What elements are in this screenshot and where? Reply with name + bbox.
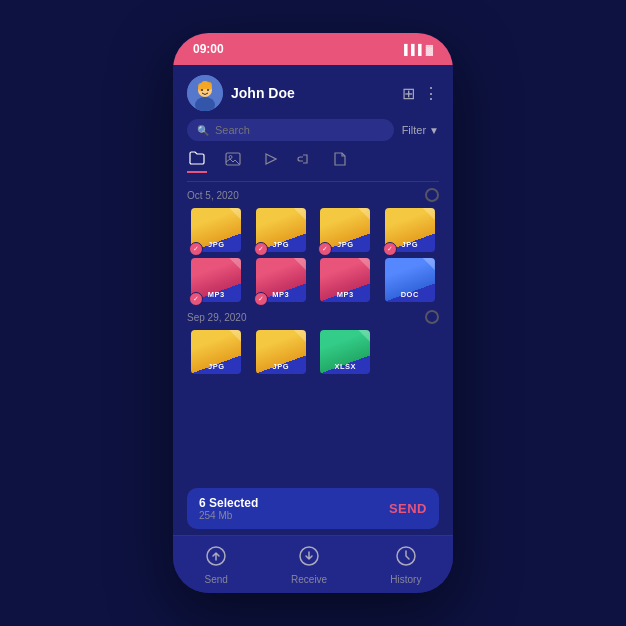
- date-section-1: Oct 5, 2020 JPG ✓ JPG: [187, 188, 439, 302]
- file-check-4: ✓: [383, 242, 397, 256]
- date-header-1: Oct 5, 2020: [187, 188, 439, 202]
- search-bar: 🔍 Filter ▼: [173, 119, 453, 149]
- filter-button[interactable]: Filter ▼: [402, 124, 439, 136]
- file-check-1: ✓: [189, 242, 203, 256]
- date-select-2[interactable]: [425, 310, 439, 324]
- file-item-xlsx-1[interactable]: XLSX: [316, 330, 375, 374]
- tab-video[interactable]: [259, 150, 279, 172]
- file-type-label: JPG: [337, 240, 354, 249]
- filter-icon: ▼: [429, 125, 439, 136]
- send-button[interactable]: SEND: [389, 501, 427, 516]
- file-card-jpg-6[interactable]: JPG: [256, 330, 306, 374]
- battery-icon: ▓: [426, 44, 433, 55]
- selection-size: 254 Mb: [199, 510, 258, 521]
- file-card-xlsx-1[interactable]: XLSX: [320, 330, 370, 374]
- file-type-label: DOC: [401, 290, 419, 299]
- file-check-5: ✓: [189, 292, 203, 306]
- file-check-6: ✓: [254, 292, 268, 306]
- avatar: [187, 75, 223, 111]
- file-card-jpg-5[interactable]: JPG: [191, 330, 241, 374]
- search-icon: 🔍: [197, 125, 209, 136]
- file-check-2: ✓: [254, 242, 268, 256]
- file-type-label: JPG: [272, 362, 289, 371]
- file-item-doc-1[interactable]: DOC: [381, 258, 440, 302]
- file-item-mp3-3[interactable]: MP3: [316, 258, 375, 302]
- file-item-mp3-2[interactable]: MP3 ✓: [252, 258, 311, 302]
- nav-history[interactable]: History: [390, 546, 421, 585]
- selection-info: 6 Selected 254 Mb: [199, 496, 258, 521]
- file-type-label: MP3: [208, 290, 225, 299]
- search-input-wrap: 🔍: [187, 119, 394, 141]
- selection-bar: 6 Selected 254 Mb SEND: [187, 488, 439, 529]
- send-nav-icon: [206, 546, 226, 571]
- date-label-2: Sep 29, 2020: [187, 312, 247, 323]
- content-area: John Doe ⊞ ⋮ 🔍 Filter ▼: [173, 65, 453, 593]
- file-grid-1: JPG ✓ JPG ✓ JPG: [187, 208, 439, 302]
- bottom-nav: Send Receive History: [173, 535, 453, 593]
- nav-receive-label: Receive: [291, 574, 327, 585]
- file-type-label: MP3: [272, 290, 289, 299]
- signal-icon: ▐▐▐: [400, 44, 421, 55]
- file-item-jpg-4[interactable]: JPG ✓: [381, 208, 440, 252]
- file-card-mp3-3[interactable]: MP3: [320, 258, 370, 302]
- user-name: John Doe: [231, 85, 394, 101]
- file-type-label: JPG: [272, 240, 289, 249]
- nav-history-label: History: [390, 574, 421, 585]
- file-item-jpg-6[interactable]: JPG: [252, 330, 311, 374]
- receive-nav-icon: [299, 546, 319, 571]
- file-item-mp3-1[interactable]: MP3 ✓: [187, 258, 246, 302]
- tab-document[interactable]: [331, 150, 349, 172]
- status-icons: ▐▐▐ ▓: [400, 44, 433, 55]
- file-item-jpg-5[interactable]: JPG: [187, 330, 246, 374]
- filter-label: Filter: [402, 124, 426, 136]
- header: John Doe ⊞ ⋮: [173, 65, 453, 119]
- selection-count: 6 Selected: [199, 496, 258, 510]
- date-select-1[interactable]: [425, 188, 439, 202]
- file-check-3: ✓: [318, 242, 332, 256]
- status-bar: 09:00 ▐▐▐ ▓: [173, 33, 453, 65]
- tab-image[interactable]: [223, 150, 243, 172]
- nav-send-label: Send: [205, 574, 228, 585]
- file-item-jpg-3[interactable]: JPG ✓: [316, 208, 375, 252]
- nav-send[interactable]: Send: [205, 546, 228, 585]
- phone-frame: 09:00 ▐▐▐ ▓ Jo: [173, 33, 453, 593]
- svg-point-5: [201, 81, 209, 89]
- file-type-tabs: [173, 149, 453, 181]
- file-type-label: XLSX: [334, 362, 356, 371]
- file-item-jpg-2[interactable]: JPG ✓: [252, 208, 311, 252]
- more-icon[interactable]: ⋮: [423, 84, 439, 103]
- svg-point-7: [207, 89, 209, 91]
- grid-icon[interactable]: ⊞: [402, 84, 415, 103]
- divider: [187, 181, 439, 182]
- file-item-jpg-1[interactable]: JPG ✓: [187, 208, 246, 252]
- status-time: 09:00: [193, 42, 224, 56]
- file-card-doc-1[interactable]: DOC: [385, 258, 435, 302]
- files-scroll: Oct 5, 2020 JPG ✓ JPG: [173, 188, 453, 482]
- date-section-2: Sep 29, 2020 JPG JPG: [187, 310, 439, 374]
- date-header-2: Sep 29, 2020: [187, 310, 439, 324]
- file-type-label: JPG: [401, 240, 418, 249]
- file-grid-2: JPG JPG XLSX: [187, 330, 439, 374]
- svg-point-9: [229, 156, 232, 159]
- nav-receive[interactable]: Receive: [291, 546, 327, 585]
- search-input[interactable]: [215, 124, 384, 136]
- history-nav-icon: [396, 546, 416, 571]
- tab-audio[interactable]: [295, 150, 315, 172]
- file-type-label: JPG: [208, 240, 225, 249]
- svg-point-6: [201, 89, 203, 91]
- file-type-label: MP3: [337, 290, 354, 299]
- svg-marker-10: [266, 154, 276, 164]
- date-label-1: Oct 5, 2020: [187, 190, 239, 201]
- file-type-label: JPG: [208, 362, 225, 371]
- tab-folder[interactable]: [187, 149, 207, 173]
